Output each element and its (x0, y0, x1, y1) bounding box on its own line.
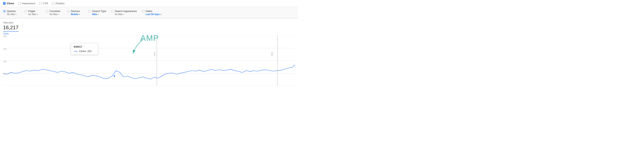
dates-sub: Last 90 days (146, 13, 160, 16)
search-appearance-sub: No filter (115, 13, 123, 16)
filter-countries[interactable]: Countries No filter ▾ (46, 9, 67, 16)
countries-chevron: ▾ (58, 13, 59, 16)
pages-chevron: ▾ (37, 13, 38, 16)
filter-row: Queries No filter ▾ Pages No filter ▾ Co… (0, 7, 298, 18)
countries-sub: No filter (50, 13, 58, 16)
stat-value: 16,217 (3, 24, 18, 30)
stat-info: Total clicks 16,217 (3, 22, 23, 32)
impressions-checkbox[interactable] (18, 2, 20, 5)
devices-sub: Mobile (71, 13, 78, 16)
position-label: Position (56, 2, 64, 5)
tooltip-row: Clicks: 203 (74, 50, 95, 52)
svg-point-8 (114, 75, 115, 77)
metrics-bar: Clicks Impressions CTR Position (0, 0, 298, 7)
filter-dates[interactable]: Dates Last 90 days ▾ (142, 9, 166, 16)
metric-ctr[interactable]: CTR (39, 2, 48, 5)
dates-chevron: ▾ (160, 13, 161, 16)
countries-label: Countries (50, 10, 60, 12)
devices-label: Devices (71, 10, 80, 12)
tooltip-metric-value: Clicks: 203 (79, 50, 92, 52)
filter-search-appearance[interactable]: Search Appearance No filter ▾ (111, 9, 142, 16)
devices-chevron: ▾ (79, 13, 80, 16)
tooltip-date: 6/28/17 (74, 45, 95, 48)
search-type-label: Search Type (92, 10, 106, 12)
search-appearance-chevron: ▾ (123, 13, 124, 16)
chart-section: Total clicks 16,217 Clicks AMP (0, 18, 298, 90)
stat-block: Total clicks 16,217 (3, 22, 295, 32)
position-checkbox[interactable] (52, 2, 54, 5)
ctr-checkbox[interactable] (39, 2, 42, 5)
search-appearance-radio[interactable] (111, 10, 114, 12)
search-type-radio[interactable] (88, 10, 91, 12)
filter-pages[interactable]: Pages No filter ▾ (24, 9, 46, 16)
tooltip-line-icon (74, 51, 78, 52)
pages-sub: No filter (28, 13, 36, 16)
countries-radio[interactable] (46, 10, 48, 12)
filter-devices[interactable]: Devices Mobile ▾ (67, 9, 88, 16)
queries-label: Queries (7, 10, 16, 12)
clicks-checkbox[interactable] (3, 2, 6, 5)
search-appearance-label: Search Appearance (115, 10, 137, 12)
metric-clicks[interactable]: Clicks (3, 2, 14, 5)
dates-label: Dates (146, 10, 152, 12)
metric-position[interactable]: Position (52, 2, 64, 5)
queries-radio[interactable] (3, 10, 6, 12)
filter-search-type[interactable]: Search Type Web ▾ (88, 9, 111, 16)
devices-radio[interactable] (67, 10, 70, 12)
filter-queries[interactable]: Queries No filter ▾ (3, 9, 24, 16)
stat-title: Total clicks (3, 22, 18, 24)
search-type-sub: Web (92, 13, 97, 16)
queries-sub: No filter (7, 13, 15, 16)
pages-label: Pages (28, 10, 36, 12)
note-label-1: Note (154, 52, 156, 56)
impressions-label: Impressions (22, 2, 35, 5)
tooltip-box: 6/28/17 Clicks: 203 (71, 43, 98, 55)
note-label-2: Note (271, 52, 273, 56)
ctr-label: CTR (43, 2, 48, 5)
dates-radio[interactable] (142, 10, 144, 12)
search-type-chevron: ▾ (98, 13, 98, 16)
metric-impressions[interactable]: Impressions (18, 2, 35, 5)
pages-radio[interactable] (24, 10, 27, 12)
clicks-axis-label: Clicks (3, 32, 9, 35)
chart-svg (3, 36, 295, 86)
stat-underline (3, 31, 18, 32)
queries-chevron: ▾ (16, 13, 16, 16)
clicks-label: Clicks (7, 2, 14, 5)
